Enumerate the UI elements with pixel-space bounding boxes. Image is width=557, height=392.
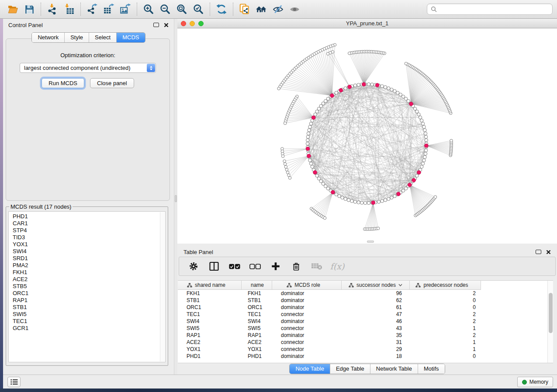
attribute-tree-icon	[349, 283, 354, 288]
splitter-handle[interactable]	[175, 195, 177, 202]
table-row[interactable]: STB1 STB1 dominator 62 0	[178, 297, 553, 304]
mcds-result-item[interactable]: CAR1	[13, 220, 158, 227]
import-network-button[interactable]	[44, 1, 61, 17]
control-panel-tab[interactable]: Style	[64, 33, 89, 42]
table-panel-tab[interactable]: Network Table	[370, 364, 418, 374]
table-scrollbar[interactable]	[547, 281, 553, 363]
trash-icon	[291, 261, 301, 272]
eye-icon	[289, 4, 301, 15]
task-history-button[interactable]	[7, 377, 21, 387]
unselect-all-button[interactable]	[249, 261, 261, 272]
application-window: Control Panel Network Style Select MCDS	[0, 0, 557, 392]
mcds-result-item[interactable]: SWI5	[13, 311, 158, 318]
mcds-result-item[interactable]: STB1	[13, 304, 158, 311]
mcds-result-item[interactable]: TID3	[13, 234, 158, 241]
control-panel-tab[interactable]: MCDS	[116, 33, 145, 42]
hide-selected-button[interactable]	[270, 1, 286, 17]
show-all-button[interactable]	[286, 1, 303, 17]
search-field[interactable]	[427, 3, 553, 15]
close-panel-icon[interactable]	[164, 23, 169, 28]
run-mcds-button[interactable]: Run MCDS	[42, 78, 84, 88]
cell-mcds-role: dominator	[272, 290, 342, 296]
cell-mcds-role: connector	[272, 346, 342, 352]
list-scrollbar[interactable]	[160, 212, 165, 361]
table-row[interactable]: SWI4 SWI4 dominator 46 2	[178, 318, 553, 325]
mcds-result-item[interactable]: SRD1	[13, 255, 158, 262]
table-panel-tab[interactable]: Motifs	[418, 364, 445, 374]
table-panel-tab[interactable]: Edge Table	[330, 364, 370, 374]
cell-shared-name: FKH1	[178, 290, 242, 296]
settings-gear-button[interactable]	[188, 261, 199, 272]
scrollbar-thumb[interactable]	[549, 293, 553, 333]
control-panel-titlebar: Control Panel	[3, 19, 174, 31]
save-session-button[interactable]	[21, 1, 38, 17]
mcds-result-item[interactable]: GCR1	[13, 325, 158, 332]
float-panel-icon[interactable]	[153, 23, 159, 27]
control-panel-tab[interactable]: Select	[89, 33, 116, 42]
column-header[interactable]: successor nodes	[342, 281, 410, 289]
toggle-panel-button[interactable]	[208, 261, 220, 272]
cell-mcds-role: connector	[272, 339, 342, 345]
control-panel-tab[interactable]: Network	[32, 33, 64, 42]
mcds-result-item[interactable]: SWI4	[13, 248, 158, 255]
cell-name: RAP1	[242, 332, 272, 338]
search-input[interactable]	[439, 6, 549, 13]
mcds-result-item[interactable]: ACE2	[13, 276, 158, 283]
cell-name: PHD1	[242, 353, 272, 359]
eye-slash-icon	[272, 4, 284, 15]
mcds-result-item[interactable]: PMA2	[13, 262, 158, 269]
add-column-button[interactable]	[270, 261, 281, 272]
column-header[interactable]: MCDS role	[272, 281, 342, 289]
zoom-in-button[interactable]	[140, 1, 157, 17]
table-row[interactable]: TEC1 TEC1 connector 47 2	[178, 311, 553, 318]
table-row[interactable]: SWI5 SWI5 connector 43 1	[178, 325, 553, 332]
open-session-button[interactable]	[4, 1, 21, 17]
delete-column-button[interactable]	[291, 261, 302, 272]
mcds-result-item[interactable]: PHD1	[13, 213, 158, 220]
cell-predecessor-nodes: 2	[410, 332, 481, 338]
mcds-result-item[interactable]: STP4	[13, 227, 158, 234]
export-table-button[interactable]	[100, 1, 117, 17]
network-canvas[interactable]	[177, 28, 557, 243]
cell-name: ORC1	[242, 304, 272, 310]
zoom-fit-button[interactable]	[173, 1, 190, 17]
table-row[interactable]: ACE2 ACE2 connector 31 1	[178, 339, 553, 346]
optimization-criterion-select[interactable]: largest connected component (undirected)	[20, 63, 156, 73]
table-row[interactable]: ORC1 ORC1 dominator 61 0	[178, 304, 553, 311]
export-network-button[interactable]	[84, 1, 100, 17]
float-panel-icon[interactable]	[536, 250, 541, 254]
table-row[interactable]: PHD1 PHD1 dominator 18 0	[178, 353, 553, 360]
table-row[interactable]: FKH1 FKH1 dominator 96 2	[178, 290, 553, 297]
table-row[interactable]: YOX1 YOX1 connector 29 1	[178, 346, 553, 353]
cell-successor-nodes: 62	[342, 297, 410, 303]
table-panel-tab[interactable]: Node Table	[290, 364, 330, 374]
first-neighbors-button[interactable]	[253, 1, 270, 17]
close-panel-button[interactable]: Close panel	[90, 78, 134, 88]
export-image-button[interactable]	[117, 1, 134, 17]
column-header[interactable]: shared name	[178, 281, 242, 289]
column-header[interactable]: predecessor nodes	[410, 281, 481, 289]
import-table-button[interactable]	[61, 1, 77, 17]
cell-name: SWI5	[242, 325, 272, 331]
zoom-out-button[interactable]	[157, 1, 173, 17]
new-network-from-selection-button[interactable]	[236, 1, 253, 17]
vertical-splitter[interactable]	[174, 19, 177, 375]
splitter-handle[interactable]	[367, 241, 374, 243]
mcds-result-item[interactable]: ORC1	[13, 290, 158, 297]
table-row[interactable]: RAP1 RAP1 dominator 35 2	[178, 332, 553, 339]
zoom-selected-button[interactable]	[190, 1, 207, 17]
memory-button[interactable]: Memory	[517, 377, 553, 387]
apply-layout-button[interactable]	[213, 1, 230, 17]
column-header[interactable]: name	[242, 281, 272, 289]
mcds-result-item[interactable]: FKH1	[13, 269, 158, 276]
mcds-result-item[interactable]: YOX1	[13, 241, 158, 248]
mcds-result-item[interactable]: RAP1	[13, 297, 158, 304]
delete-table-button[interactable]	[311, 261, 322, 272]
mcds-result-item[interactable]: STB5	[13, 283, 158, 290]
tab-label: MCDS	[122, 34, 139, 41]
close-panel-icon[interactable]	[546, 250, 551, 254]
mcds-result-item[interactable]: TEC1	[13, 318, 158, 325]
table-panel-tabs: Node Table Edge Table Network Table Moti…	[289, 364, 445, 374]
create-function-button[interactable]: f(x)	[332, 261, 343, 272]
select-all-button[interactable]	[229, 261, 240, 272]
